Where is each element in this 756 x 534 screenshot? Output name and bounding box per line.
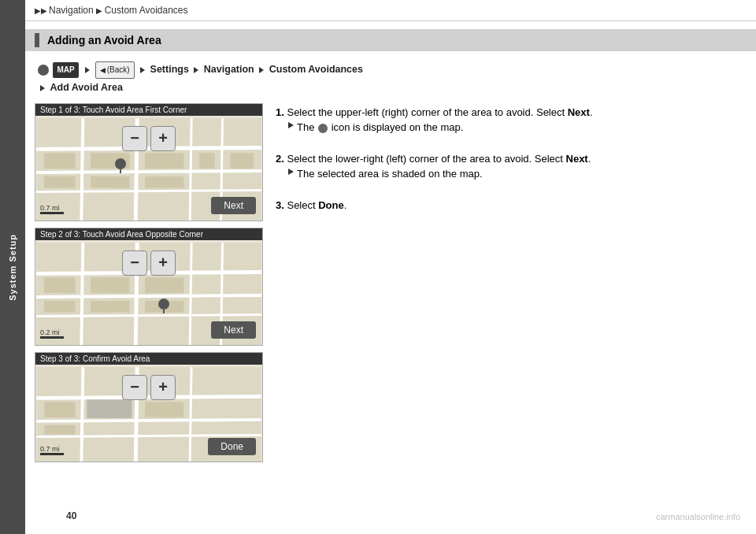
path-settings: Settings [150,64,189,75]
step-num-2: 2. [276,153,284,165]
map-badge: MAP [53,62,78,78]
svg-line-21 [81,243,83,345]
breadcrumb: ▶▶ Navigation ▶ Custom Avoidances [25,0,756,21]
zoom-out-btn-3[interactable]: − [122,375,147,400]
map-marker-2 [158,298,170,316]
svg-rect-26 [91,277,129,293]
path-navigation: Navigation [204,64,254,75]
svg-rect-39 [87,399,132,418]
svg-line-2 [36,171,261,172]
scale-1: 0.7 mi [40,204,64,214]
instruction-1-text: 1. Select the upper-left (right) corner … [276,105,747,121]
path-add: Add Avoid Area [50,82,122,93]
page-content: Adding an Avoid Area MAP ◀(Back) Setting… [25,21,756,514]
svg-rect-13 [145,176,183,187]
done-btn[interactable]: Done [208,438,256,455]
next-btn-1[interactable]: Next [211,197,256,214]
path-arrow-3 [194,67,198,73]
path-arrow-2 [140,67,145,73]
nav-path: MAP ◀(Back) Settings Navigation Custom A… [25,57,756,103]
svg-rect-10 [145,153,183,169]
back-badge: ◀(Back) [95,61,135,79]
svg-line-34 [36,419,261,421]
sidebar: System Setup [0,0,25,534]
svg-rect-14 [199,153,215,169]
svg-rect-11 [44,176,75,187]
map-pin-icon [318,124,328,133]
screenshot-2-title: Step 2 of 3: Touch Avoid Area Opposite C… [35,228,262,240]
zoom-in-btn-3[interactable]: + [150,375,176,400]
screenshot-1-controls[interactable]: − + [122,126,176,151]
page-number: 40 [66,506,756,526]
svg-line-38 [190,367,191,462]
svg-rect-27 [145,277,183,293]
instruction-1: 1. Select the upper-left (right) corner … [276,105,747,135]
step-num-3: 3. [276,199,284,211]
sidebar-label: System Setup [8,234,17,301]
screenshot-2: Step 2 of 3: Touch Avoid Area Opposite C… [35,228,263,346]
svg-rect-41 [145,402,183,417]
breadcrumb-arrow-1: ▶ [96,6,102,15]
two-col-layout: Step 1 of 3: Touch Avoid Area First Corn… [25,103,756,514]
scale-2: 0.2 mi [40,328,64,339]
scale-3: 0.7 mi [40,445,64,455]
instruction-3-text: 3. Select Done. [276,198,747,213]
path-arrow-1 [85,67,90,73]
svg-rect-25 [44,277,75,293]
breadcrumb-double-arrow: ▶▶ [35,6,47,15]
instruction-2: 2. Select the lower-right (left) corner … [276,151,747,182]
section-header: Adding an Avoid Area [25,29,756,51]
svg-rect-15 [230,153,254,169]
svg-point-31 [158,299,169,310]
right-column: 1. Select the upper-left (right) corner … [276,103,747,514]
watermark: carmanualsonline.info [656,512,740,521]
instruction-2-follow: The selected area is shaded on the map. [276,166,747,182]
svg-rect-42 [44,425,75,434]
next-btn-2[interactable]: Next [211,321,256,339]
instruction-1-follow: The icon is displayed on the map. [276,120,747,135]
svg-line-23 [190,243,191,345]
section-bar [35,33,39,47]
screenshot-1: Step 1 of 3: Touch Avoid Area First Corn… [35,103,263,221]
svg-line-36 [81,367,83,462]
svg-rect-29 [91,300,129,312]
screenshot-3-controls[interactable]: − + [122,375,176,400]
svg-line-20 [36,314,261,316]
main-content: ▶▶ Navigation ▶ Custom Avoidances Adding… [25,0,756,534]
instruction-3: 3. Select Done. [276,198,747,213]
zoom-in-btn-2[interactable]: + [150,250,176,276]
svg-rect-40 [44,402,75,417]
map-marker-1 [114,158,127,176]
screenshot-3: Step 3 of 3: Confirm Avoid Area [35,352,263,462]
svg-rect-8 [44,153,75,169]
follow-text-2: The selected area is shaded on the map. [297,166,483,182]
zoom-out-btn-2[interactable]: − [122,250,147,276]
svg-rect-12 [91,176,129,187]
follow-text-1: The icon is displayed on the map. [297,120,463,135]
svg-rect-28 [44,300,75,312]
svg-line-19 [36,295,261,297]
zoom-out-btn-1[interactable]: − [122,126,147,151]
home-icon [38,65,49,76]
screenshot-3-title: Step 3 of 3: Confirm Avoid Area [35,353,262,365]
left-column: Step 1 of 3: Touch Avoid Area First Corn… [35,103,263,514]
svg-line-3 [36,190,261,191]
follow-arrow-2 [288,169,294,175]
follow-arrow-1 [288,122,294,128]
path-arrow-4 [259,67,264,73]
svg-point-16 [115,158,126,169]
section-title: Adding an Avoid Area [47,34,161,46]
svg-line-4 [81,118,83,221]
path-custom: Custom Avoidances [269,64,363,75]
screenshot-2-controls[interactable]: − + [122,250,176,276]
svg-line-35 [36,435,261,436]
screenshot-1-title: Step 1 of 3: Touch Avoid Area First Corn… [35,104,262,116]
zoom-in-btn-1[interactable]: + [150,126,176,151]
instruction-2-text: 2. Select the lower-right (left) corner … [276,151,747,167]
step-num-1: 1. [276,106,284,118]
breadcrumb-custom: Custom Avoidances [105,5,188,16]
path-arrow-5 [40,85,45,91]
svg-line-6 [190,118,191,221]
breadcrumb-nav: Navigation [49,5,94,16]
